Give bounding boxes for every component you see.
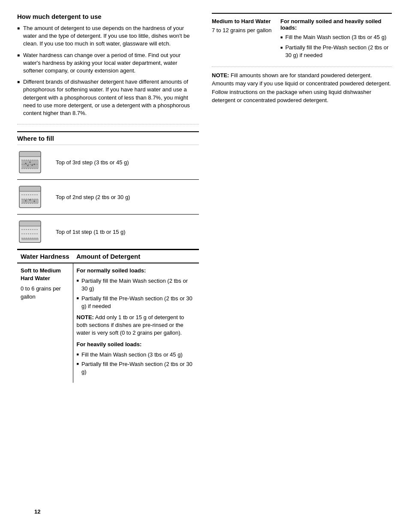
svg-point-6 xyxy=(25,163,27,164)
normally-soiled-list: Partially fill the Main Wash section (2 … xyxy=(77,277,196,310)
fill-label-2: Top of 2nd step (2 tbs or 30 g) xyxy=(56,194,130,200)
amount-soft-cell: For normally soiled loads: Partially fil… xyxy=(73,263,199,383)
svg-point-8 xyxy=(34,164,35,165)
normally-soiled-heading: For normally soiled loads: xyxy=(77,267,196,275)
bullet-item: The amount of detergent to use depends o… xyxy=(17,24,199,48)
list-item: Partially fill the Pre-Wash section (2 t… xyxy=(77,295,196,310)
heavily-soiled-heading: For heavily soiled loads: xyxy=(77,341,196,348)
right-column: Medium to Hard Water 7 to 12 grains per … xyxy=(212,13,392,383)
svg-rect-1 xyxy=(19,151,41,157)
list-item: ■ Partially fill the Pre-Wash section (2… xyxy=(280,44,392,59)
page-number: 12 xyxy=(34,508,40,515)
svg-point-9 xyxy=(27,165,29,166)
right-header: Medium to Hard Water 7 to 12 grains per … xyxy=(212,18,392,62)
fill-label-3: Top of 3rd step (3 tbs or 45 g) xyxy=(56,159,129,166)
svg-point-19 xyxy=(34,201,35,202)
list-item: Partially fill the Pre-Wash section (2 t… xyxy=(77,360,196,376)
svg-rect-21 xyxy=(19,221,41,226)
fill-row-3: Top of 3rd step (3 tbs or 45 g) xyxy=(17,145,199,180)
hardness-soft-title: Soft to Medium Hard Water xyxy=(21,267,69,282)
detergent-dispenser-icon-2 xyxy=(17,184,47,210)
detergent-dispenser-icon-3 xyxy=(17,149,47,175)
svg-rect-25 xyxy=(21,238,39,240)
hardness-table: Water Hardness Amount of Detergent Soft … xyxy=(17,249,199,383)
svg-point-10 xyxy=(32,165,33,166)
svg-point-18 xyxy=(30,200,31,201)
fill-row-2: Top of 2nd step (2 tbs or 30 g) xyxy=(17,180,199,215)
hardness-soft-cell: Soft to Medium Hard Water 0 to 6 grains … xyxy=(17,263,73,383)
medium-hard-grains: 7 to 12 grains per gallon xyxy=(212,27,272,33)
col2-header: Amount of Detergent xyxy=(73,250,199,263)
normally-soiled-col: For normally soiled and heavily soiled l… xyxy=(280,18,392,62)
svg-point-17 xyxy=(25,200,27,202)
where-to-fill-title: Where to fill xyxy=(17,131,199,145)
col1-header: Water Hardness xyxy=(17,250,73,263)
fill-label-1: Top of 1st step (1 tb or 15 g) xyxy=(56,229,126,235)
right-note-text: NOTE: Fill amounts shown are for standar… xyxy=(212,71,392,105)
svg-rect-5 xyxy=(21,160,39,169)
list-item: Fill the Main Wash section (3 tbs or 45 … xyxy=(77,351,196,359)
soft-note: NOTE: Add only 1 tb or 15 g of detergent… xyxy=(77,314,196,337)
detergent-dispenser-icon-1 xyxy=(17,219,47,245)
hardness-soft-grains: 0 to 6 grains per gallon xyxy=(21,285,69,300)
normally-soiled-col-title: For normally soiled and heavily soiled l… xyxy=(280,18,392,31)
medium-hard-title: Medium to Hard Water xyxy=(212,18,272,24)
hardness-row-soft: Soft to Medium Hard Water 0 to 6 grains … xyxy=(17,263,199,383)
heavily-soiled-list: Fill the Main Wash section (3 tbs or 45 … xyxy=(77,351,196,376)
svg-rect-12 xyxy=(19,186,41,191)
bullet-item: Water hardness can change over a period … xyxy=(17,51,199,75)
right-note: NOTE: Fill amounts shown are for standar… xyxy=(212,66,392,105)
list-item: Partially fill the Main Wash section (2 … xyxy=(77,277,196,293)
normally-soiled-right-list: ■ Fill the Main Wash section (3 tbs or 4… xyxy=(280,33,392,60)
svg-point-7 xyxy=(30,162,31,163)
divider xyxy=(17,124,199,124)
bullet-item: Different brands of dishwasher detergent… xyxy=(17,78,199,117)
how-much-bullets: The amount of detergent to use depends o… xyxy=(17,24,199,117)
list-item: ■ Fill the Main Wash section (3 tbs or 4… xyxy=(280,33,392,41)
fill-row-1: Top of 1st step (1 tb or 15 g) xyxy=(17,215,199,249)
medium-hard-water-col: Medium to Hard Water 7 to 12 grains per … xyxy=(212,18,272,62)
how-much-title: How much detergent to use xyxy=(17,13,199,20)
